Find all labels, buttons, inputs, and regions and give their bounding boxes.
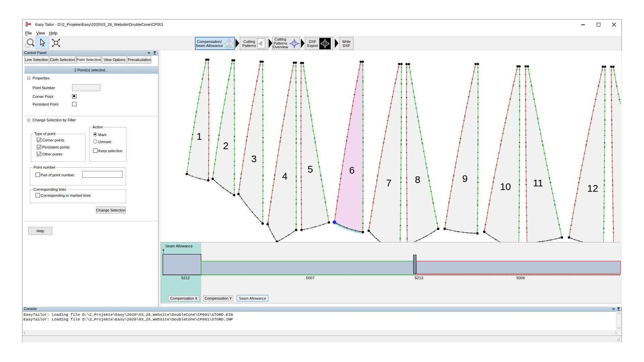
svg-text:7: 7 <box>386 178 391 188</box>
svg-text:5007: 5007 <box>306 276 315 280</box>
svg-text:11: 11 <box>533 178 543 188</box>
svg-text:3: 3 <box>251 154 257 164</box>
svg-text:8: 8 <box>415 174 420 185</box>
svg-text:2: 2 <box>223 140 228 151</box>
svg-text:Seam Allowance: Seam Allowance <box>165 244 193 248</box>
svg-text:9: 9 <box>462 173 468 184</box>
svg-text:4: 4 <box>282 171 287 182</box>
svg-text:12: 12 <box>587 183 598 194</box>
svg-text:5213: 5213 <box>415 276 423 280</box>
svg-text:5: 5 <box>308 164 313 175</box>
svg-text:6: 6 <box>349 165 355 176</box>
svg-text:5006: 5006 <box>516 276 525 280</box>
svg-text:1: 1 <box>197 131 202 142</box>
svg-text:5212: 5212 <box>181 276 190 280</box>
svg-text:10: 10 <box>500 181 511 192</box>
